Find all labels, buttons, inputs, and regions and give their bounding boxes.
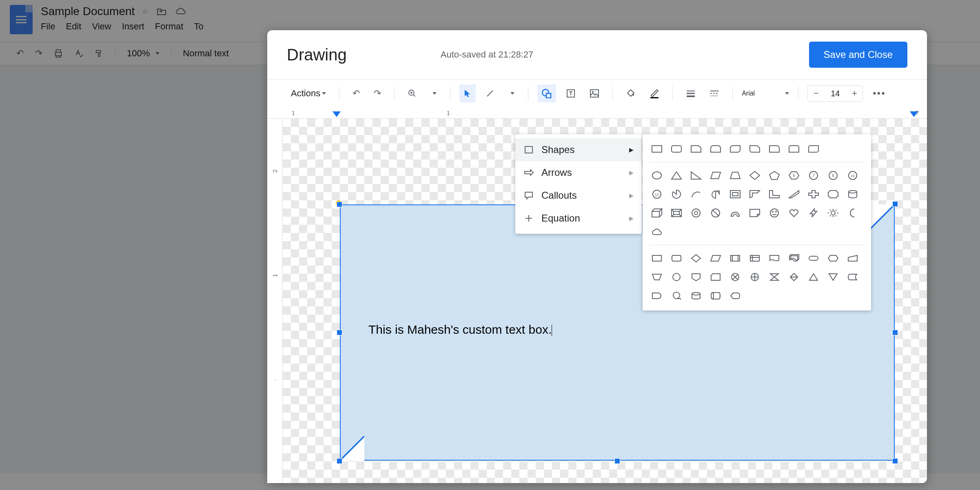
shape-flow-multidoc[interactable] [786,251,802,266]
shape-frame[interactable] [727,187,743,202]
shape-teardrop[interactable] [708,187,723,202]
shape-flow-alternate[interactable] [669,251,684,266]
shape-folded-corner[interactable] [747,206,763,220]
shape-flow-card[interactable] [708,270,723,284]
shape-flow-summing[interactable] [727,270,743,284]
shape-no-symbol[interactable] [708,206,723,220]
shape-flow-stored[interactable] [845,270,860,284]
shape-flow-preparation[interactable] [825,251,841,266]
shape-sun[interactable] [825,206,841,220]
shape-flow-magnetic-disk[interactable] [688,288,704,303]
decrease-font-button[interactable]: − [808,86,824,101]
save-and-close-button[interactable]: Save and Close [809,42,907,68]
shape-plaque[interactable] [825,187,841,202]
shape-arc[interactable] [688,187,704,202]
resize-handle-nw[interactable] [337,202,342,207]
font-dropdown[interactable]: Arial [742,90,789,97]
drawing-canvas[interactable]: This is Mahesh's custom text box. Shapes… [283,119,927,483]
textbox-content[interactable]: This is Mahesh's custom text box. [368,323,552,337]
resize-handle-ne[interactable] [892,201,898,207]
shape-snip-round[interactable] [747,142,763,156]
increase-font-button[interactable]: + [846,86,862,101]
shape-flow-extract[interactable] [806,270,821,284]
shape-flow-merge[interactable] [825,270,841,284]
actions-menu-button[interactable]: Actions [287,84,330,102]
shape-menu-callouts[interactable]: Callouts ▶ [515,184,642,207]
shape-flow-connector[interactable] [669,270,684,284]
shape-menu-arrows[interactable]: Arrows ▶ [515,161,642,184]
shape-decagon[interactable]: 10 [845,168,860,183]
image-tool-icon[interactable] [585,84,603,102]
line-tool-icon[interactable] [481,84,499,102]
shape-flow-decision[interactable] [688,251,704,266]
shape-heptagon[interactable]: 7 [806,168,821,183]
select-tool-icon[interactable] [459,84,476,102]
shape-hexagon[interactable]: 6 [786,168,802,183]
resize-handle-w[interactable] [337,330,342,335]
shape-can[interactable] [845,187,860,202]
shape-flow-delay[interactable] [649,288,665,303]
zoom-dropdown-caret[interactable] [426,84,441,102]
shape-heart[interactable] [786,206,802,220]
indent-marker-icon[interactable] [333,111,341,117]
resize-handle-e[interactable] [892,330,898,335]
shape-flow-process[interactable] [649,251,665,266]
shape-oval[interactable] [649,168,665,183]
undo-icon[interactable]: ↶ [348,84,364,102]
horizontal-ruler[interactable]: 1 1 7 [267,107,927,119]
shape-bevel[interactable] [669,206,684,220]
shape-pentagon[interactable] [767,168,782,183]
shape-octagon[interactable]: 8 [825,168,841,183]
line-dropdown-caret[interactable] [504,84,519,102]
shape-flow-direct-access[interactable] [708,288,723,303]
shape-round-single[interactable] [767,142,782,156]
shape-flow-data[interactable] [708,251,723,266]
resize-handle-sw[interactable] [337,458,342,464]
shape-cloud[interactable] [649,224,665,239]
shape-smiley[interactable] [767,206,782,220]
more-options-icon[interactable]: ••• [869,84,890,102]
shape-flow-display[interactable] [727,288,743,303]
border-dash-icon[interactable] [705,84,723,102]
shape-rounded-rectangle[interactable] [669,142,684,156]
font-size-value[interactable]: 14 [824,89,846,98]
shape-flow-manual-input[interactable] [845,251,860,266]
font-size-stepper[interactable]: − 14 + [807,85,863,102]
shape-round-diag[interactable] [806,142,821,156]
shape-triangle[interactable] [669,168,684,183]
shape-donut[interactable] [688,206,704,220]
shape-round-same[interactable] [786,142,802,156]
shape-snip-single[interactable] [688,142,704,156]
shape-flow-or[interactable] [747,270,763,284]
shape-parallelogram[interactable] [708,168,723,183]
shape-flow-internal[interactable] [747,251,763,266]
resize-handle-se[interactable] [892,458,898,464]
textbox-tool-icon[interactable] [562,84,580,102]
shape-flow-predefined[interactable] [727,251,743,266]
border-weight-icon[interactable] [682,84,700,102]
shape-half-frame[interactable] [747,187,763,202]
shape-tool-icon[interactable] [537,84,556,102]
shape-block-arc[interactable] [727,206,743,220]
resize-handle-s[interactable] [614,458,620,464]
shape-right-triangle[interactable] [688,168,704,183]
shape-cross[interactable] [806,187,821,202]
shape-moon[interactable] [845,206,860,220]
border-color-icon[interactable] [645,84,663,102]
shape-menu-shapes[interactable]: Shapes ▶ [515,138,642,161]
shape-diagonal-stripe[interactable] [786,187,802,202]
vertical-ruler[interactable]: 2 1 · [267,119,283,483]
shape-snip-same[interactable] [708,142,723,156]
shape-l-shape[interactable] [767,187,782,202]
shape-menu-equation[interactable]: Equation ▶ [515,207,642,230]
zoom-icon[interactable] [404,84,421,102]
shape-flow-document[interactable] [767,251,782,266]
redo-icon[interactable]: ↷ [370,84,385,102]
shape-diamond[interactable] [747,168,763,183]
shape-flow-sort[interactable] [786,270,802,284]
shape-rectangle[interactable] [649,142,665,156]
shape-flow-seq-access[interactable] [669,288,684,303]
shape-flow-terminator[interactable] [806,251,821,266]
shape-cube[interactable] [649,206,665,220]
shape-trapezoid[interactable] [727,168,743,183]
